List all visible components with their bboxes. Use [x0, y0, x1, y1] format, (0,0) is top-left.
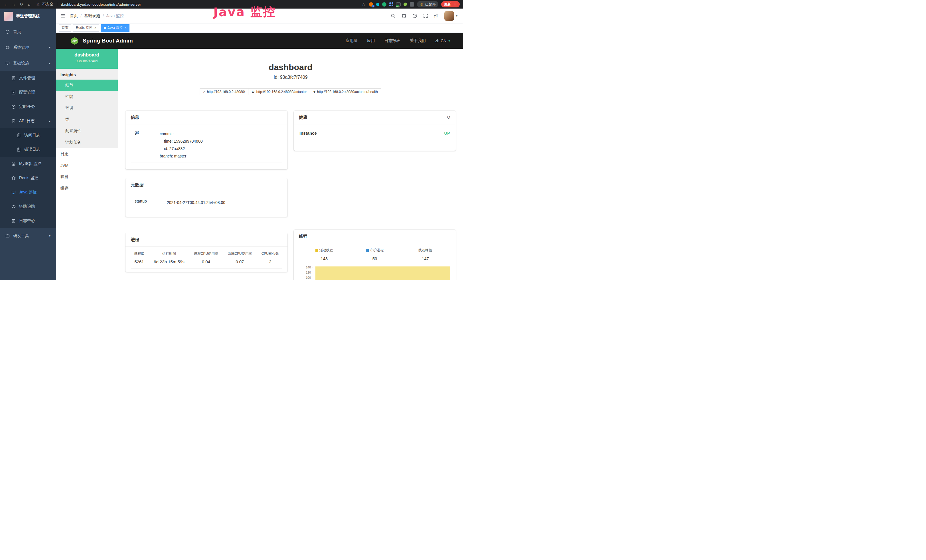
sidebar-item-error-logs[interactable]: 错误日志: [0, 142, 56, 157]
kebab-menu-icon[interactable]: ⋮: [453, 2, 457, 6]
sba-nav-journal[interactable]: 日志报表: [384, 38, 400, 43]
extension-icon-fox[interactable]: 1: [369, 2, 373, 6]
font-size-icon[interactable]: TT: [434, 14, 438, 18]
sba-item-environment[interactable]: 环境: [56, 102, 118, 114]
stat-label: 运行时间: [154, 251, 185, 256]
close-icon[interactable]: ×: [125, 26, 127, 30]
sba-item-logs[interactable]: 日志: [56, 148, 118, 160]
edit-icon: [11, 91, 16, 95]
metadata-card: 元数据 startup 2021-04-27T00:44:31.254+08:0…: [126, 178, 287, 217]
search-icon[interactable]: [391, 14, 396, 18]
avatar[interactable]: [444, 11, 454, 21]
sba-item-performance[interactable]: 性能: [56, 91, 118, 102]
git-commit-line: commit:: [160, 130, 203, 138]
breadcrumb-infra[interactable]: 基础设施: [84, 14, 100, 18]
menu-label: API 日志: [19, 118, 35, 124]
close-icon[interactable]: ×: [94, 26, 96, 30]
sidebar-item-system[interactable]: 系统管理 ▾: [0, 40, 56, 55]
sba-item-caches[interactable]: 缓存: [56, 183, 118, 194]
breadcrumb-home[interactable]: 首页: [70, 14, 78, 18]
wrench-icon: ⚙: [251, 90, 255, 94]
threads-legend: 活动线程 143 守护进程 53 线程峰值 14: [299, 248, 451, 261]
sba-navbar: Spring Boot Admin 应用墙 应用 日志报表 关于我们 zh-CN…: [56, 33, 463, 49]
legend-label: 守护进程: [370, 248, 384, 253]
extension-badge: 1: [372, 5, 374, 8]
security-label[interactable]: 不安全: [42, 2, 53, 7]
tab-java-monitor[interactable]: Java 监控 ×: [101, 24, 130, 32]
browser-home-icon[interactable]: ⌂: [27, 2, 32, 6]
sba-nav-wallboard[interactable]: 应用墙: [346, 38, 358, 43]
bookmark-star-icon[interactable]: ☆: [361, 2, 366, 6]
sidebar-collapse-icon[interactable]: [56, 14, 70, 18]
clipboard-icon: [11, 219, 16, 223]
extension-icon-puzzle[interactable]: [410, 2, 414, 6]
page-title: dashboard: [126, 62, 456, 72]
menu-label: 基础设施: [13, 61, 29, 66]
sidebar-item-java-monitor[interactable]: Java 监控: [0, 185, 56, 200]
chevron-down-icon: ▾: [49, 234, 50, 238]
sidebar-item-access-logs[interactable]: 访问日志: [0, 128, 56, 142]
back-icon[interactable]: ←: [3, 2, 9, 6]
sba-nav-applications[interactable]: 应用: [367, 38, 375, 43]
kv-label: startup: [131, 199, 167, 206]
instance-header[interactable]: dashboard 93a3fc7f7409: [56, 49, 118, 69]
sba-nav-about[interactable]: 关于我们: [410, 38, 426, 43]
menu-label: MySQL 监控: [19, 161, 41, 166]
sidebar-item-mysql-monitor[interactable]: MySQL 监控: [0, 157, 56, 171]
sidebar-item-infra[interactable]: 基础设施 ▴: [0, 55, 56, 71]
menu-label: 文件管理: [19, 76, 35, 81]
tab-home[interactable]: 首页: [59, 24, 71, 32]
update-button[interactable]: 更新 ⋮: [441, 1, 460, 8]
instance-links: ⌂ http://192.168.0.2:48080/ ⚙ http://192…: [126, 88, 456, 95]
sba-item-classes[interactable]: 类: [56, 114, 118, 125]
sba-brand-title[interactable]: Spring Boot Admin: [83, 38, 133, 44]
paused-chip[interactable]: ☺ 已暂停: [417, 1, 438, 8]
sidebar-item-home[interactable]: 首页: [0, 24, 56, 40]
reload-icon[interactable]: ↻: [19, 2, 24, 6]
history-icon[interactable]: ↺: [447, 115, 451, 120]
stat-system-cpu: 系统CPU使用率 0.07: [228, 251, 252, 264]
user-menu[interactable]: ▾: [444, 11, 457, 21]
sba-item-config-props[interactable]: 配置属性: [56, 125, 118, 137]
extension-icon-drop[interactable]: [376, 3, 379, 6]
instance-health-link[interactable]: ♥ http://192.168.0.2:48080/actuator/heal…: [310, 88, 381, 95]
github-icon[interactable]: [401, 14, 406, 18]
sba-item-scheduled-tasks[interactable]: 计划任务: [56, 137, 118, 148]
stat-cpu-cores: CPU核心数 2: [262, 251, 279, 264]
sidebar-item-api-logs[interactable]: API 日志 ▴: [0, 114, 56, 128]
chevron-down-icon: ▾: [456, 14, 457, 17]
health-instance-row[interactable]: Instance UP: [299, 131, 451, 140]
legend-label: 活动线程: [319, 248, 333, 253]
sidebar-item-tracing[interactable]: 链路追踪: [0, 200, 56, 214]
url-text[interactable]: dashboard.yudao.iocoder.cn/infra/admin-s…: [61, 2, 141, 6]
git-time-line: time: 1596289704000: [160, 138, 203, 145]
stat-process-cpu: 进程CPU使用率 0.04: [194, 251, 218, 264]
sba-item-details[interactable]: 细节: [56, 80, 118, 91]
menu-label: 链路追踪: [19, 204, 35, 209]
sba-item-mappings[interactable]: 映射: [56, 171, 118, 183]
sidebar-item-redis-monitor[interactable]: Redis 监控: [0, 171, 56, 185]
sba-item-jvm[interactable]: JVM: [56, 160, 118, 171]
sidebar-item-log-center[interactable]: 日志中心: [0, 214, 56, 228]
sidebar-item-dev-tools[interactable]: 研发工具 ▾: [0, 228, 56, 244]
instance-actuator-link[interactable]: ⚙ http://192.168.0.2:48080/actuator: [248, 88, 310, 95]
tabs-bar: 首页 Redis 监控 × Java 监控 ×: [56, 23, 463, 33]
process-card: 进程 进程ID 5261 运行时间 6d 23h 15m 59: [126, 233, 287, 272]
instance-id: 93a3fc7f7409: [59, 59, 115, 63]
help-icon[interactable]: [412, 14, 417, 18]
instance-service-link[interactable]: ⌂ http://192.168.0.2:48080/: [200, 88, 248, 95]
sidebar-item-scheduled-jobs[interactable]: 定时任务: [0, 100, 56, 114]
extension-icon-grid[interactable]: [389, 2, 393, 6]
tab-redis-monitor[interactable]: Redis 监控 ×: [73, 24, 99, 32]
extension-icon-green[interactable]: [382, 2, 386, 6]
sidebar-item-file-mgmt[interactable]: 文件管理: [0, 71, 56, 85]
paused-label: 已暂停: [425, 2, 436, 7]
card-title: 健康: [299, 115, 307, 120]
extension-icon-switch[interactable]: on: [396, 2, 401, 6]
extension-icon-leaf[interactable]: [404, 3, 407, 6]
sidebar-item-config-mgmt[interactable]: 配置管理: [0, 85, 56, 100]
forward-icon[interactable]: →: [11, 2, 16, 6]
fullscreen-icon[interactable]: [423, 14, 428, 18]
language-selector[interactable]: zh-CN ▾: [435, 38, 450, 43]
health-instance-label: Instance: [300, 131, 317, 136]
